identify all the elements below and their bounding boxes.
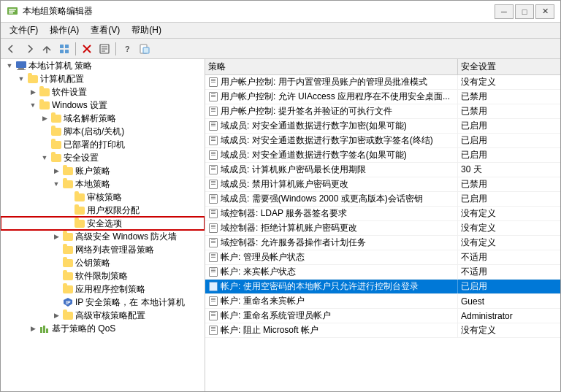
table-row[interactable]: 域成员: 对安全通道数据进行数字加密(如果可能) 已启用	[205, 119, 560, 134]
svg-rect-18	[17, 69, 26, 70]
folder-icon-8	[62, 165, 74, 177]
menu-help[interactable]: 帮助(H)	[126, 23, 167, 38]
table-row[interactable]: 域控制器: 允许服务器操作者计划任务 没有定义	[205, 236, 560, 250]
menu-action[interactable]: 操作(A)	[44, 23, 85, 38]
tree-item-windows-settings[interactable]: ▼ Windows 设置	[1, 99, 205, 112]
folder-icon-5	[50, 126, 62, 137]
back-button[interactable]	[4, 41, 20, 57]
cell-strategy-3: 域成员: 对安全通道数据进行数字加密(如果可能)	[205, 119, 458, 133]
tree-label-security-settings: 安全设置	[64, 152, 99, 164]
close-button[interactable]: ✕	[535, 4, 554, 19]
folder-icon-4	[50, 112, 62, 124]
tree-toggle-qos[interactable]: ▶	[27, 323, 39, 334]
svg-text:?: ?	[125, 45, 130, 53]
tree-item-dns[interactable]: ▶ 域名解析策略	[1, 112, 205, 125]
cell-security-1: 已禁用	[458, 90, 560, 104]
row-icon-15	[208, 296, 218, 307]
cell-strategy-10: 域控制器: 拒绝计算机账户密码更改	[205, 221, 458, 235]
folder-icon-14	[62, 244, 74, 255]
tree-item-computer-config[interactable]: ▼ 计算机配置	[1, 72, 205, 85]
folder-icon-2	[39, 86, 50, 98]
delete-button[interactable]	[79, 41, 95, 57]
table-row[interactable]: 域控制器: 拒绝计算机账户密码更改 没有定义	[205, 221, 560, 236]
table-row[interactable]: 帐户: 管理员帐户状态 不适用	[205, 250, 560, 265]
tree-label-ip-security: IP 安全策略，在 本地计算机	[75, 296, 185, 309]
tree-item-printers[interactable]: 已部署的打印机	[1, 138, 205, 151]
svg-rect-7	[60, 50, 64, 53]
table-row[interactable]: 域成员: 对安全通道数据进行数字签名(如果可能) 已启用	[205, 148, 560, 163]
tree-item-network-list[interactable]: 网络列表管理器策略	[1, 243, 205, 256]
table-row[interactable]: 域控制器: LDAP 服务器签名要求 没有定义	[205, 207, 560, 221]
help-button[interactable]: ?	[119, 41, 135, 57]
tree-item-pki[interactable]: 公钥策略	[1, 256, 205, 269]
tree-toggle-local-policy[interactable]: ▼	[50, 178, 62, 190]
table-row[interactable]: 域成员: 需要强(Windows 2000 或更高版本)会话密钥 已启用	[205, 192, 560, 207]
tree-item-user-rights[interactable]: 用户权限分配	[1, 204, 205, 217]
table-row[interactable]: 用户帐户控制: 允许 UIAccess 应用程序在不使用安全桌面... 已禁用	[205, 90, 560, 104]
tree-item-scripts[interactable]: 脚本(启动/关机)	[1, 125, 205, 138]
tree-item-security-settings[interactable]: ▼ 安全设置	[1, 151, 205, 164]
tree-item-software-restriction[interactable]: 软件限制策略	[1, 269, 205, 283]
forward-button[interactable]	[21, 41, 37, 57]
tree-item-firewall[interactable]: ▶ 高级安全 Windows 防火墙	[1, 230, 205, 243]
col-header-strategy[interactable]: 策略	[205, 59, 458, 74]
view1-button[interactable]	[56, 41, 72, 57]
menu-file[interactable]: 文件(F)	[4, 23, 44, 38]
tree-toggle-software[interactable]: ▶	[27, 86, 39, 98]
menu-view[interactable]: 查看(V)	[85, 23, 126, 38]
table-row[interactable]: 域成员: 对安全通道数据进行数字加密或数字签名(终结) 已启用	[205, 134, 560, 148]
tree-toggle-computer-config[interactable]: ▼	[15, 73, 27, 85]
title-bar: 本地组策略编辑器 ─ □ ✕	[1, 1, 560, 23]
cell-strategy-9: 域控制器: LDAP 服务器签名要求	[205, 207, 458, 220]
cell-security-14: 已启用	[458, 280, 560, 293]
col-header-security[interactable]: 安全设置	[458, 59, 560, 74]
row-icon-1	[208, 92, 218, 102]
svg-rect-21	[43, 326, 45, 333]
tree-item-software[interactable]: ▶ 软件设置	[1, 85, 205, 99]
export-button[interactable]	[137, 41, 153, 57]
tree-item-advanced-audit[interactable]: ▶ 高级审核策略配置	[1, 309, 205, 322]
table-row[interactable]: 帐户: 重命名来宾帐户 Guest	[205, 294, 560, 309]
window-title: 本地组策略编辑器	[23, 5, 93, 18]
table-row[interactable]: 帐户: 来宾帐户状态 不适用	[205, 265, 560, 280]
toolbar-separator-2	[115, 42, 116, 55]
properties-button[interactable]	[96, 41, 112, 57]
table-row-selected[interactable]: 帐户: 使用空密码的本地帐户只允许进行控制台登录 已启用	[205, 280, 560, 294]
tree-toggle-dns[interactable]: ▶	[39, 112, 50, 124]
table-row[interactable]: 帐户: 重命名系统管理员帐户 Administrator	[205, 309, 560, 323]
cell-strategy-1: 用户帐户控制: 允许 UIAccess 应用程序在不使用安全桌面...	[205, 90, 458, 104]
tree-label-account-policy: 账户策略	[75, 165, 110, 177]
tree-item-root[interactable]: ▼ 本地计算机 策略	[1, 59, 205, 72]
cell-strategy-13: 帐户: 来宾帐户状态	[205, 265, 458, 279]
tree-item-qos[interactable]: ▶ 基于策略的 QoS	[1, 322, 205, 335]
tree-toggle-account-policy[interactable]: ▶	[50, 165, 62, 177]
folder-icon-12	[74, 218, 85, 229]
row-icon-0	[208, 77, 218, 88]
cell-security-3: 已启用	[458, 119, 560, 133]
up-button[interactable]	[39, 41, 55, 57]
table-row[interactable]: 用户帐户控制: 用于内置管理员账户的管理员批准模式 没有定义	[205, 75, 560, 90]
folder-icon-18	[62, 310, 74, 321]
svg-rect-22	[46, 328, 48, 333]
table-row[interactable]: 帐户: 阻止 Microsoft 帐户 没有定义	[205, 323, 560, 338]
minimize-button[interactable]: ─	[495, 4, 514, 19]
table-row[interactable]: 用户帐户控制: 提升签名并验证的可执行文件 已禁用	[205, 104, 560, 119]
tree-toggle-windows-settings[interactable]: ▼	[27, 99, 39, 111]
tree-item-ip-security[interactable]: IP IP 安全策略，在 本地计算机	[1, 296, 205, 309]
tree-item-security-options[interactable]: 安全选项	[1, 217, 205, 230]
tree-item-local-policy[interactable]: ▼ 本地策略	[1, 177, 205, 191]
tree-toggle-security-settings[interactable]: ▼	[39, 152, 50, 164]
maximize-button[interactable]: □	[515, 4, 534, 19]
tree-toggle-firewall[interactable]: ▶	[50, 231, 62, 242]
tree-item-app-control[interactable]: 应用程序控制策略	[1, 283, 205, 296]
svg-rect-5	[60, 45, 64, 48]
tree-toggle-root[interactable]: ▼	[4, 60, 15, 72]
tree-toggle-advanced-audit[interactable]: ▶	[50, 310, 62, 321]
svg-rect-15	[143, 47, 149, 53]
app-icon	[7, 6, 18, 18]
table-row[interactable]: 域成员: 计算机账户密码最长使用期限 30 天	[205, 163, 560, 177]
table-row[interactable]: 域成员: 禁用计算机账户密码更改 已禁用	[205, 177, 560, 192]
tree-item-account-policy[interactable]: ▶ 账户策略	[1, 164, 205, 177]
tree-item-audit[interactable]: 审核策略	[1, 191, 205, 204]
cell-security-4: 已启用	[458, 134, 560, 147]
